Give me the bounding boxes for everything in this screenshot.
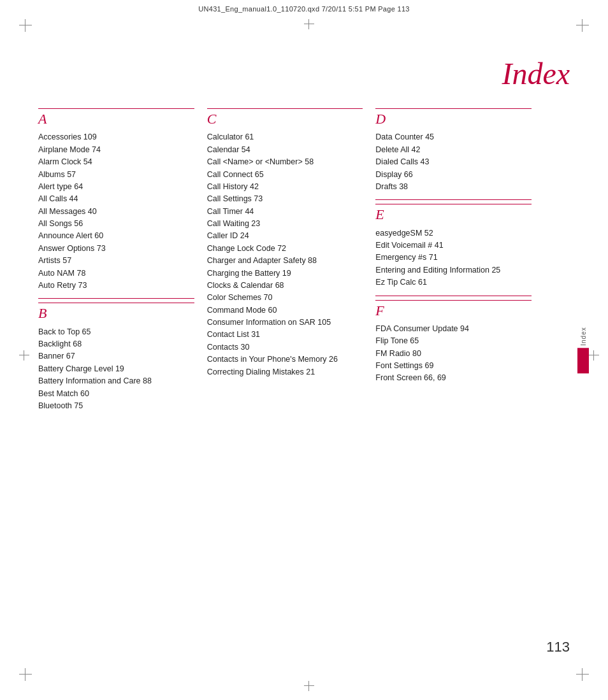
- list-item: Contacts in Your Phone's Memory 26: [207, 354, 363, 366]
- section-f-letter: F: [375, 303, 532, 319]
- list-item: Consumer Information on SAR 105: [207, 317, 363, 329]
- list-item: Display 66: [375, 169, 532, 181]
- list-item: Alert type 64: [38, 181, 194, 193]
- section-e-items: easyedgeSM 52 Edit Voicemail # 41 Emerge…: [375, 227, 532, 289]
- section-c-items: Calculator 61 Calendar 54 Call <Name> or…: [207, 131, 363, 378]
- list-item: All Songs 56: [38, 218, 194, 230]
- list-item: Contacts 30: [207, 341, 363, 354]
- index-tab-bar: [577, 348, 589, 373]
- header-bar: UN431_Eng_manual1.0_110720.qxd 7/20/11 5…: [198, 5, 409, 13]
- list-item: Artists 57: [38, 255, 194, 267]
- reg-mark-tl: [19, 19, 32, 32]
- index-tab: Index: [577, 327, 589, 373]
- list-item: FM Radio 80: [375, 348, 532, 360]
- list-item: Flip Tone 65: [375, 335, 532, 347]
- list-item: Front Screen 66, 69: [375, 372, 532, 384]
- list-item: Edit Voicemail # 41: [375, 239, 532, 252]
- list-item: Contact List 31: [207, 329, 363, 341]
- list-item: Calculator 61: [207, 131, 363, 143]
- index-columns: A Accessories 109 Airplane Mode 74 Alarm…: [38, 108, 544, 412]
- list-item: Charging the Battery 19: [207, 268, 363, 280]
- index-tab-text: Index: [580, 327, 587, 345]
- reg-mark-bl: [19, 668, 32, 681]
- list-item: Alarm Clock 54: [38, 156, 194, 168]
- page-title: Index: [502, 56, 570, 91]
- section-f-items: FDA Consumer Update 94 Flip Tone 65 FM R…: [375, 323, 532, 385]
- list-item: Calendar 54: [207, 144, 363, 156]
- list-item: Call <Name> or <Number> 58: [207, 156, 363, 168]
- list-item: Data Counter 45: [375, 131, 532, 143]
- list-item: Call History 42: [207, 181, 363, 193]
- section-f-divider: [375, 296, 532, 296]
- reg-mark-tr: [576, 19, 589, 32]
- list-item: Change Lock Code 72: [207, 243, 363, 255]
- list-item: Caller ID 24: [207, 230, 363, 242]
- list-item: Charger and Adapter Safety 88: [207, 255, 363, 267]
- section-b-divider: [38, 298, 194, 299]
- list-item: Ez Tip Calc 61: [375, 276, 532, 289]
- list-item: Call Settings 73: [207, 193, 363, 205]
- section-a-letter: A: [38, 111, 194, 127]
- section-b-header: B: [38, 303, 194, 322]
- list-item: Airplane Mode 74: [38, 144, 194, 156]
- list-item: Back to Top 65: [38, 326, 194, 338]
- page-number: 113: [546, 639, 570, 655]
- list-item: Correcting Dialing Mistakes 21: [207, 366, 363, 378]
- list-item: Banner 67: [38, 350, 194, 362]
- list-item: Auto Retry 73: [38, 280, 194, 292]
- list-item: All Messages 40: [38, 206, 194, 218]
- list-item: Auto NAM 78: [38, 268, 194, 280]
- section-f-header: F: [375, 300, 532, 319]
- list-item: Clocks & Calendar 68: [207, 280, 363, 292]
- list-item: Font Settings 69: [375, 360, 532, 372]
- header-text: UN431_Eng_manual1.0_110720.qxd 7/20/11 5…: [198, 5, 409, 13]
- section-b-letter: B: [38, 305, 194, 322]
- reg-mark-br: [576, 668, 589, 681]
- list-item: Best Match 60: [38, 388, 194, 400]
- section-d-header: D: [375, 108, 532, 127]
- column-1: A Accessories 109 Airplane Mode 74 Alarm…: [38, 108, 207, 412]
- section-e-divider: [375, 199, 532, 200]
- list-item: Announce Alert 60: [38, 230, 194, 242]
- list-item: Answer Options 73: [38, 243, 194, 255]
- list-item: Delete All 42: [375, 144, 532, 156]
- main-content: Index Index A Accessories 109 Airplane M…: [38, 38, 570, 662]
- section-e-header: E: [375, 204, 532, 223]
- section-c-header: C: [207, 108, 363, 127]
- list-item: Entering and Editing Information 25: [375, 264, 532, 276]
- list-item: Color Schemes 70: [207, 292, 363, 304]
- column-3: D Data Counter 45 Delete All 42 Dialed C…: [375, 108, 544, 412]
- list-item: Accessories 109: [38, 131, 194, 143]
- list-item: Call Connect 65: [207, 169, 363, 181]
- list-item: Emergency #s 71: [375, 252, 532, 264]
- list-item: Drafts 38: [375, 181, 532, 193]
- section-a-items: Accessories 109 Airplane Mode 74 Alarm C…: [38, 131, 194, 292]
- section-d-letter: D: [375, 111, 532, 127]
- list-item: Battery Charge Level 19: [38, 363, 194, 375]
- section-e-letter: E: [375, 206, 532, 223]
- list-item: Backlight 68: [38, 338, 194, 350]
- list-item: Command Mode 60: [207, 304, 363, 317]
- section-d-items: Data Counter 45 Delete All 42 Dialed Cal…: [375, 131, 532, 193]
- list-item: All Calls 44: [38, 193, 194, 205]
- list-item: easyedgeSM 52: [375, 227, 532, 239]
- column-2: C Calculator 61 Calendar 54 Call <Name> …: [207, 108, 376, 412]
- list-item: Call Timer 44: [207, 206, 363, 218]
- list-item: FDA Consumer Update 94: [375, 323, 532, 335]
- list-item: Battery Information and Care 88: [38, 375, 194, 387]
- section-b-items: Back to Top 65 Backlight 68 Banner 67 Ba…: [38, 326, 194, 413]
- section-a-header: A: [38, 108, 194, 127]
- list-item: Dialed Calls 43: [375, 156, 532, 168]
- list-item: Albums 57: [38, 169, 194, 181]
- list-item: Call Waiting 23: [207, 218, 363, 230]
- section-c-letter: C: [207, 111, 363, 127]
- list-item: Bluetooth 75: [38, 400, 194, 412]
